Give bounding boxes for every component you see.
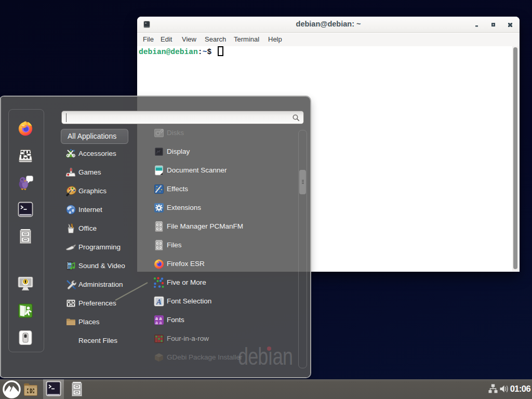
svg-text:a: a: [159, 320, 162, 325]
svg-text:a: a: [155, 320, 158, 325]
svg-text:A: A: [156, 298, 162, 306]
